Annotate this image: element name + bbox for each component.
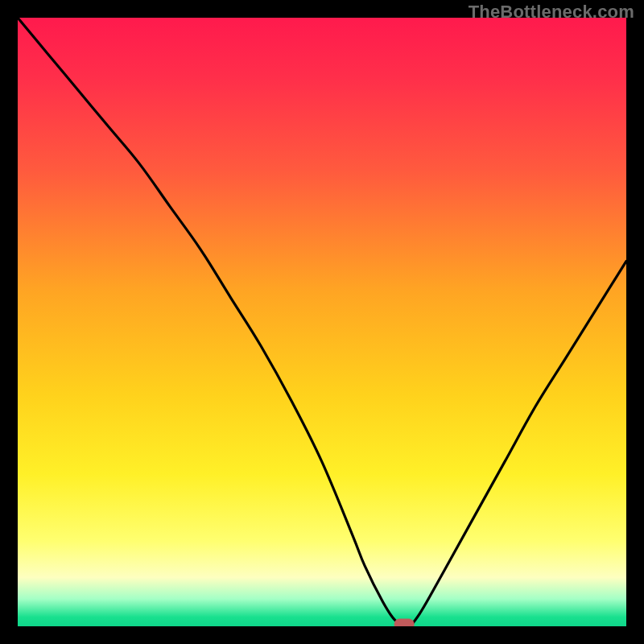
optimal-point-marker [394, 619, 414, 626]
bottleneck-chart [18, 18, 626, 626]
plot-background [18, 18, 626, 626]
chart-frame: TheBottleneck.com [0, 0, 644, 644]
